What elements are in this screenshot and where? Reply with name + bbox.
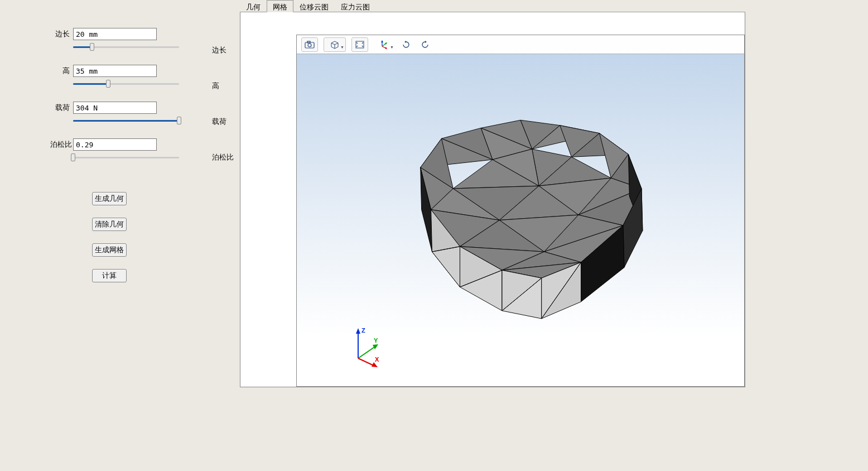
- rotate-cw-icon: [401, 40, 411, 49]
- rotate-ccw-button[interactable]: [417, 38, 433, 51]
- view-cube-button[interactable]: [324, 38, 345, 51]
- rotate-ccw-icon: [420, 40, 430, 49]
- edge-length-label: 边长: [50, 29, 70, 39]
- height-label: 高: [50, 66, 70, 76]
- poisson-input[interactable]: [73, 138, 157, 151]
- svg-marker-47: [432, 247, 460, 287]
- z-axis-label: Z: [361, 327, 365, 334]
- tab-geometry[interactable]: 几何: [240, 0, 267, 12]
- tab-displacement[interactable]: 位移云图: [293, 0, 335, 12]
- mid-edge-label: 边长: [212, 32, 240, 68]
- axis-orientation-button[interactable]: [374, 38, 395, 51]
- axis-icon: [379, 40, 390, 50]
- height-input[interactable]: [73, 65, 157, 77]
- mid-poisson-label: 泊松比: [212, 140, 240, 175]
- height-slider[interactable]: [73, 78, 179, 89]
- viewport-container: Z Y X: [240, 12, 745, 387]
- parameters-panel: 边长 高 载荷 泊松比 生成几何 清除几何 生成: [0, 0, 212, 471]
- cube-icon: [330, 40, 340, 49]
- tab-bar: 几何 网格 位移云图 应力云图: [240, 0, 745, 12]
- svg-line-62: [358, 358, 375, 366]
- fit-view-button[interactable]: [352, 38, 368, 51]
- camera-icon: [305, 41, 315, 49]
- svg-marker-11: [425, 41, 427, 43]
- mid-load-label: 载荷: [212, 104, 240, 140]
- svg-marker-5: [381, 40, 383, 42]
- fit-icon: [355, 40, 365, 49]
- poisson-slider[interactable]: [73, 152, 179, 163]
- svg-marker-61: [373, 344, 378, 349]
- x-axis-label: X: [375, 356, 379, 363]
- load-input[interactable]: [73, 102, 157, 114]
- y-axis-label: Y: [374, 337, 378, 344]
- load-label: 载荷: [50, 103, 70, 113]
- load-slider[interactable]: [73, 115, 179, 126]
- svg-rect-3: [356, 41, 364, 48]
- svg-point-2: [308, 44, 311, 47]
- edge-length-input[interactable]: [73, 28, 157, 40]
- view-toolbar: [297, 35, 744, 54]
- svg-marker-59: [356, 328, 360, 334]
- edge-length-slider[interactable]: [73, 41, 179, 52]
- tab-mesh[interactable]: 网格: [267, 0, 293, 12]
- rotate-cw-button[interactable]: [398, 38, 414, 51]
- tab-stress[interactable]: 应力云图: [335, 0, 376, 12]
- 3d-canvas[interactable]: Z Y X: [297, 54, 744, 386]
- generate-mesh-button[interactable]: 生成网格: [92, 243, 127, 257]
- mid-labels-panel: 边长 高 载荷 泊松比: [212, 0, 240, 471]
- generate-geometry-button[interactable]: 生成几何: [92, 192, 127, 205]
- axis-triad: Z Y X: [347, 325, 386, 369]
- clear-geometry-button[interactable]: 清除几何: [92, 218, 127, 231]
- svg-marker-10: [404, 41, 406, 43]
- poisson-label: 泊松比: [50, 140, 70, 150]
- compute-button[interactable]: 计算: [92, 269, 127, 282]
- svg-line-60: [358, 346, 376, 358]
- camera-snapshot-button[interactable]: [302, 38, 317, 51]
- mid-height-label: 高: [212, 68, 240, 104]
